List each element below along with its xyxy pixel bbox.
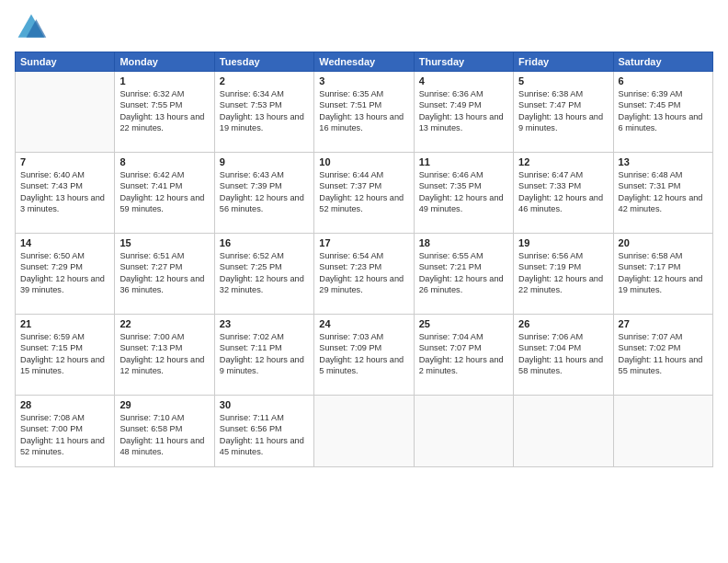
calendar-cell bbox=[414, 396, 513, 467]
day-number: 10 bbox=[319, 156, 408, 167]
cell-text: Sunrise: 6:35 AMSunset: 7:51 PMDaylight:… bbox=[319, 89, 404, 132]
weekday-header: Thursday bbox=[414, 52, 513, 72]
calendar-cell: 14 Sunrise: 6:50 AMSunset: 7:29 PMDaylig… bbox=[16, 234, 115, 315]
day-number: 5 bbox=[518, 75, 608, 86]
calendar-cell bbox=[514, 396, 613, 467]
day-number: 24 bbox=[319, 318, 408, 329]
calendar-week-row: 1 Sunrise: 6:32 AMSunset: 7:55 PMDayligh… bbox=[16, 72, 713, 153]
cell-text: Sunrise: 7:04 AMSunset: 7:07 PMDaylight:… bbox=[419, 332, 504, 375]
weekday-header: Saturday bbox=[613, 52, 712, 72]
weekday-header: Friday bbox=[514, 52, 613, 72]
calendar-cell: 22 Sunrise: 7:00 AMSunset: 7:13 PMDaylig… bbox=[115, 315, 214, 396]
calendar-week-row: 14 Sunrise: 6:50 AMSunset: 7:29 PMDaylig… bbox=[16, 234, 713, 315]
weekday-header-row: SundayMondayTuesdayWednesdayThursdayFrid… bbox=[16, 52, 713, 72]
cell-text: Sunrise: 7:07 AMSunset: 7:02 PMDaylight:… bbox=[619, 332, 703, 375]
day-number: 14 bbox=[20, 237, 109, 248]
day-number: 7 bbox=[20, 156, 109, 167]
cell-text: Sunrise: 6:56 AMSunset: 7:19 PMDaylight:… bbox=[518, 251, 603, 294]
day-number: 18 bbox=[419, 237, 508, 248]
calendar-cell: 25 Sunrise: 7:04 AMSunset: 7:07 PMDaylig… bbox=[414, 315, 513, 396]
calendar-cell: 2 Sunrise: 6:34 AMSunset: 7:53 PMDayligh… bbox=[214, 72, 313, 153]
calendar-cell: 16 Sunrise: 6:52 AMSunset: 7:25 PMDaylig… bbox=[214, 234, 313, 315]
calendar-cell: 21 Sunrise: 6:59 AMSunset: 7:15 PMDaylig… bbox=[16, 315, 115, 396]
cell-text: Sunrise: 6:42 AMSunset: 7:41 PMDaylight:… bbox=[119, 170, 204, 213]
day-number: 26 bbox=[518, 318, 608, 329]
weekday-header: Tuesday bbox=[214, 52, 313, 72]
logo bbox=[15, 11, 51, 44]
cell-text: Sunrise: 7:10 AMSunset: 6:58 PMDaylight:… bbox=[119, 413, 204, 456]
cell-text: Sunrise: 6:34 AMSunset: 7:53 PMDaylight:… bbox=[220, 89, 304, 132]
calendar-cell: 5 Sunrise: 6:38 AMSunset: 7:47 PMDayligh… bbox=[514, 72, 613, 153]
calendar-cell: 10 Sunrise: 6:44 AMSunset: 7:37 PMDaylig… bbox=[314, 153, 414, 234]
day-number: 11 bbox=[419, 156, 508, 167]
calendar-cell: 20 Sunrise: 6:58 AMSunset: 7:17 PMDaylig… bbox=[613, 234, 712, 315]
calendar-cell: 7 Sunrise: 6:40 AMSunset: 7:43 PMDayligh… bbox=[16, 153, 115, 234]
day-number: 29 bbox=[119, 399, 209, 410]
cell-text: Sunrise: 6:52 AMSunset: 7:25 PMDaylight:… bbox=[220, 251, 304, 294]
day-number: 2 bbox=[220, 75, 309, 86]
day-number: 4 bbox=[419, 75, 508, 86]
weekday-header: Wednesday bbox=[314, 52, 414, 72]
calendar-cell: 15 Sunrise: 6:51 AMSunset: 7:27 PMDaylig… bbox=[115, 234, 214, 315]
day-number: 16 bbox=[220, 237, 309, 248]
cell-text: Sunrise: 6:48 AMSunset: 7:31 PMDaylight:… bbox=[619, 170, 703, 213]
cell-text: Sunrise: 6:32 AMSunset: 7:55 PMDaylight:… bbox=[119, 89, 204, 132]
cell-text: Sunrise: 6:59 AMSunset: 7:15 PMDaylight:… bbox=[20, 332, 105, 375]
day-number: 9 bbox=[220, 156, 309, 167]
calendar-cell bbox=[314, 396, 414, 467]
day-number: 13 bbox=[619, 156, 708, 167]
day-number: 8 bbox=[119, 156, 209, 167]
day-number: 21 bbox=[20, 318, 109, 329]
calendar-cell: 11 Sunrise: 6:46 AMSunset: 7:35 PMDaylig… bbox=[414, 153, 513, 234]
cell-text: Sunrise: 6:38 AMSunset: 7:47 PMDaylight:… bbox=[518, 89, 603, 132]
day-number: 20 bbox=[619, 237, 708, 248]
day-number: 15 bbox=[119, 237, 209, 248]
calendar-table: SundayMondayTuesdayWednesdayThursdayFrid… bbox=[15, 52, 713, 467]
calendar-cell: 9 Sunrise: 6:43 AMSunset: 7:39 PMDayligh… bbox=[214, 153, 313, 234]
calendar-cell: 29 Sunrise: 7:10 AMSunset: 6:58 PMDaylig… bbox=[115, 396, 214, 467]
calendar-cell: 1 Sunrise: 6:32 AMSunset: 7:55 PMDayligh… bbox=[115, 72, 214, 153]
calendar-cell: 3 Sunrise: 6:35 AMSunset: 7:51 PMDayligh… bbox=[314, 72, 414, 153]
weekday-header: Sunday bbox=[16, 52, 115, 72]
calendar-week-row: 28 Sunrise: 7:08 AMSunset: 7:00 PMDaylig… bbox=[16, 396, 713, 467]
day-number: 6 bbox=[619, 75, 708, 86]
day-number: 22 bbox=[119, 318, 209, 329]
calendar-week-row: 7 Sunrise: 6:40 AMSunset: 7:43 PMDayligh… bbox=[16, 153, 713, 234]
calendar-cell: 4 Sunrise: 6:36 AMSunset: 7:49 PMDayligh… bbox=[414, 72, 513, 153]
cell-text: Sunrise: 6:47 AMSunset: 7:33 PMDaylight:… bbox=[518, 170, 603, 213]
calendar-cell bbox=[613, 396, 712, 467]
logo-icon bbox=[15, 11, 48, 44]
cell-text: Sunrise: 7:03 AMSunset: 7:09 PMDaylight:… bbox=[319, 332, 404, 375]
calendar-cell: 26 Sunrise: 7:06 AMSunset: 7:04 PMDaylig… bbox=[514, 315, 613, 396]
day-number: 28 bbox=[20, 399, 109, 410]
day-number: 17 bbox=[319, 237, 408, 248]
calendar-cell: 27 Sunrise: 7:07 AMSunset: 7:02 PMDaylig… bbox=[613, 315, 712, 396]
calendar-cell: 28 Sunrise: 7:08 AMSunset: 7:00 PMDaylig… bbox=[16, 396, 115, 467]
day-number: 19 bbox=[518, 237, 608, 248]
calendar-cell: 30 Sunrise: 7:11 AMSunset: 6:56 PMDaylig… bbox=[214, 396, 313, 467]
cell-text: Sunrise: 6:54 AMSunset: 7:23 PMDaylight:… bbox=[319, 251, 404, 294]
calendar-cell: 13 Sunrise: 6:48 AMSunset: 7:31 PMDaylig… bbox=[613, 153, 712, 234]
cell-text: Sunrise: 7:11 AMSunset: 6:56 PMDaylight:… bbox=[220, 413, 304, 456]
day-number: 27 bbox=[619, 318, 708, 329]
cell-text: Sunrise: 6:46 AMSunset: 7:35 PMDaylight:… bbox=[419, 170, 504, 213]
calendar-cell: 23 Sunrise: 7:02 AMSunset: 7:11 PMDaylig… bbox=[214, 315, 313, 396]
cell-text: Sunrise: 7:00 AMSunset: 7:13 PMDaylight:… bbox=[119, 332, 204, 375]
cell-text: Sunrise: 6:43 AMSunset: 7:39 PMDaylight:… bbox=[220, 170, 304, 213]
calendar-cell: 6 Sunrise: 6:39 AMSunset: 7:45 PMDayligh… bbox=[613, 72, 712, 153]
cell-text: Sunrise: 6:55 AMSunset: 7:21 PMDaylight:… bbox=[419, 251, 504, 294]
day-number: 23 bbox=[220, 318, 309, 329]
day-number: 1 bbox=[119, 75, 209, 86]
page: SundayMondayTuesdayWednesdayThursdayFrid… bbox=[0, 0, 728, 563]
day-number: 12 bbox=[518, 156, 608, 167]
cell-text: Sunrise: 6:40 AMSunset: 7:43 PMDaylight:… bbox=[20, 170, 105, 213]
calendar-week-row: 21 Sunrise: 6:59 AMSunset: 7:15 PMDaylig… bbox=[16, 315, 713, 396]
day-number: 30 bbox=[220, 399, 309, 410]
cell-text: Sunrise: 6:39 AMSunset: 7:45 PMDaylight:… bbox=[619, 89, 703, 132]
cell-text: Sunrise: 6:50 AMSunset: 7:29 PMDaylight:… bbox=[20, 251, 105, 294]
calendar-cell bbox=[16, 72, 115, 153]
day-number: 3 bbox=[319, 75, 408, 86]
calendar-cell: 19 Sunrise: 6:56 AMSunset: 7:19 PMDaylig… bbox=[514, 234, 613, 315]
day-number: 25 bbox=[419, 318, 508, 329]
cell-text: Sunrise: 6:44 AMSunset: 7:37 PMDaylight:… bbox=[319, 170, 404, 213]
